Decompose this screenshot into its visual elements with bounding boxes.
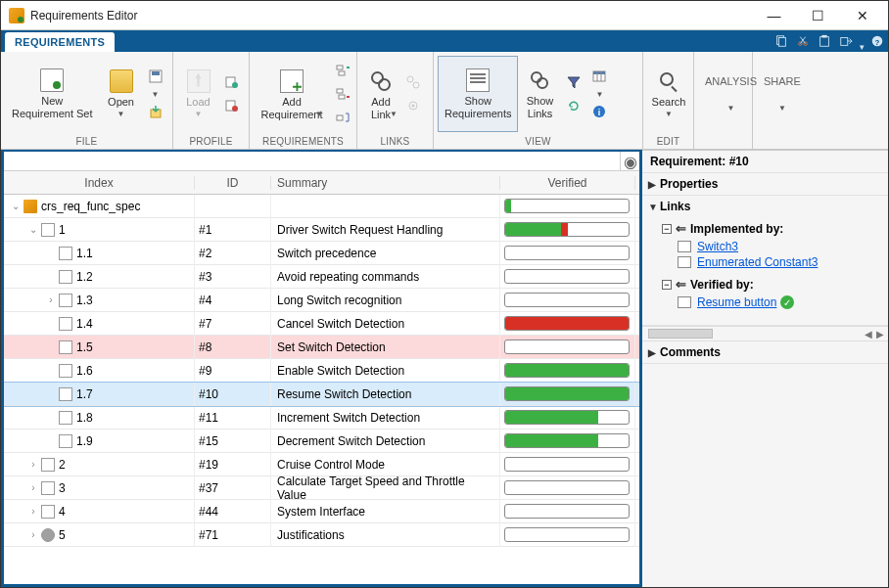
col-header-verified[interactable]: Verified (500, 176, 635, 190)
search-button[interactable]: Search ▼ (647, 56, 690, 132)
svg-rect-1 (778, 38, 785, 47)
open-button[interactable]: Open ▼ (100, 56, 143, 132)
help-icon[interactable]: ? (866, 30, 888, 52)
col-header-id[interactable]: ID (195, 176, 271, 190)
svg-point-21 (407, 76, 413, 82)
toggle-icon[interactable]: › (27, 529, 39, 540)
toggle-icon[interactable]: › (27, 506, 39, 517)
import-button[interactable] (145, 101, 166, 122)
row-summary: Switch precedence (277, 247, 376, 260)
unlink-button[interactable] (402, 71, 424, 93)
table-row[interactable]: ›5#71Justifications (4, 523, 639, 547)
section-properties[interactable]: ▶Properties (642, 173, 888, 195)
toggle-icon[interactable]: ⌄ (10, 201, 22, 211)
add-requirement-button[interactable]: Add Requirement ▼ (254, 56, 330, 132)
table-row[interactable]: 1.6#9Enable Switch Detection (4, 359, 639, 383)
tab-requirements[interactable]: REQUIREMENTS (5, 32, 115, 52)
table-row[interactable]: 1.4#7Cancel Switch Detection (4, 312, 639, 336)
information-button[interactable]: i (588, 101, 610, 122)
qat-dropdown[interactable]: ▾ (857, 42, 866, 52)
verify-green (505, 200, 511, 212)
show-requirements-button[interactable]: Show Requirements (438, 56, 518, 132)
table-row[interactable]: ›2#19Cruise Control Mode (4, 453, 639, 476)
folder-open-icon (110, 69, 133, 93)
link-item[interactable]: Switch3 (697, 240, 738, 253)
maximize-button[interactable]: ☐ (796, 2, 840, 29)
ribbon: New Requirement Set Open ▼ ▼ FILE Load ▼ (1, 52, 888, 150)
toggle-icon[interactable]: › (27, 459, 39, 470)
table-row[interactable]: 1.1#2Switch precedence (4, 242, 639, 265)
group-label-profile: PROFILE (173, 136, 249, 149)
toggle-icon[interactable]: › (27, 482, 39, 493)
panel-hscroll[interactable]: ◀▶ (642, 326, 888, 341)
table-row[interactable]: 1.7#10Resume Switch Detection (4, 383, 639, 406)
qat-cut-icon[interactable] (792, 30, 814, 52)
profile-assign-button[interactable] (221, 71, 243, 93)
requirement-icon (41, 528, 55, 542)
col-header-index[interactable]: Index (4, 176, 195, 190)
section-comments[interactable]: ▶Comments (642, 341, 888, 363)
row-summary: Driver Switch Request Handling (277, 223, 443, 237)
requirement-icon (59, 411, 72, 425)
collapse-verified-icon[interactable]: − (662, 280, 672, 290)
table-row[interactable]: ›3#37Calculate Target Speed and Throttle… (4, 476, 639, 500)
profile-remove-button[interactable] (221, 95, 243, 116)
link-item[interactable]: Resume button (697, 295, 776, 309)
requirement-icon (59, 434, 72, 448)
minimize-button[interactable]: — (752, 2, 796, 29)
qat-copy-icon[interactable] (771, 30, 792, 52)
qat-paste-icon[interactable] (814, 30, 835, 52)
col-header-summary[interactable]: Summary (271, 176, 500, 190)
table-row[interactable]: 1.2#3Avoid repeating commands (4, 265, 639, 289)
verify-bar (504, 386, 630, 401)
row-id: #2 (199, 247, 211, 260)
close-button[interactable]: ✕ (840, 2, 884, 29)
qat-import-icon[interactable] (835, 30, 857, 52)
view-filter-button[interactable] (563, 71, 585, 93)
row-index: 4 (59, 505, 66, 519)
show-links-icon (528, 68, 551, 92)
link-settings-button[interactable] (402, 95, 424, 116)
details-panel: Requirement: #10 ▶Properties ▼Links −⇐Im… (642, 150, 888, 587)
columns-button[interactable] (588, 66, 610, 87)
table-row[interactable]: ⌄1#1Driver Switch Request Handling (4, 218, 639, 242)
row-summary: Enable Switch Detection (277, 364, 404, 378)
toggle-icon[interactable]: ⌄ (27, 224, 39, 235)
section-links[interactable]: ▼Links (642, 196, 888, 217)
window-title: Requirements Editor (30, 9, 752, 23)
promote-button[interactable] (332, 60, 353, 81)
link-item[interactable]: Enumerated Constant3 (697, 255, 818, 269)
row-index: 1.7 (76, 387, 93, 401)
svg-rect-10 (152, 71, 160, 75)
requirement-icon (59, 247, 72, 260)
group-label-edit: EDIT (643, 136, 693, 149)
add-link-button[interactable]: Add Link ▼ (361, 56, 400, 132)
search-icon (657, 69, 680, 93)
columns-dropdown[interactable]: ▼ (588, 89, 610, 99)
root-row[interactable]: ⌄crs_req_func_spec (4, 195, 639, 218)
row-id: #9 (199, 364, 211, 378)
toggle-icon[interactable]: › (45, 294, 57, 305)
verify-bar (504, 339, 630, 354)
row-index: 5 (59, 528, 66, 542)
new-requirement-set-button[interactable]: New Requirement Set (5, 56, 100, 132)
view-refresh-button[interactable] (563, 95, 585, 116)
grid-options-button[interactable]: ◉ (620, 152, 639, 171)
table-row[interactable]: ›4#44System Interface (4, 500, 639, 523)
justify-button[interactable] (332, 107, 353, 128)
table-row[interactable]: 1.9#15Decrement Switch Detection (4, 430, 639, 453)
requirement-icon (59, 270, 72, 284)
row-index: 1.4 (76, 317, 93, 331)
demote-button[interactable] (332, 83, 353, 105)
save-button[interactable] (145, 66, 166, 87)
row-summary: Cruise Control Mode (277, 458, 385, 472)
verify-bar (504, 363, 630, 378)
table-row[interactable]: ›1.3#4Long Switch recognition (4, 289, 639, 312)
show-links-button[interactable]: Show Links (518, 56, 561, 132)
row-id: #37 (199, 481, 218, 495)
table-row[interactable]: 1.5#8Set Switch Detection (4, 336, 639, 359)
save-dropdown[interactable]: ▼ (145, 89, 166, 99)
table-row[interactable]: 1.8#11Increment Switch Detection (4, 406, 639, 430)
share-button[interactable]: SHARE▼ (757, 56, 808, 132)
collapse-implemented-icon[interactable]: − (662, 224, 672, 234)
